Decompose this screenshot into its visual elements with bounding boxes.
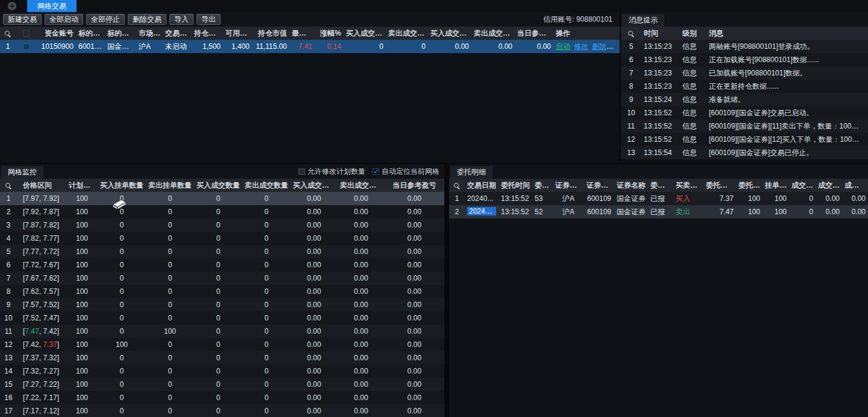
col-status[interactable]: 委托状态 — [648, 179, 673, 192]
col-market[interactable]: 证券市场 — [553, 179, 584, 192]
col-name[interactable]: 证券名称 — [614, 179, 648, 192]
col-buy-filled-qty[interactable]: 买入成交数量 — [344, 27, 386, 40]
position-row[interactable]: 1 10150900 600109 国金证券 沪A 未启动 1,500 1,40… — [0, 40, 620, 53]
checkbox-unchecked-icon[interactable] — [298, 168, 305, 175]
col-filled-amt[interactable]: 成交金额 — [842, 179, 868, 192]
col-last-price[interactable]: 最新价 — [289, 27, 315, 40]
grid-row[interactable]: 6 [7.72, 7.67] 100 0 0 0 0 0.00 0.00 0.0… — [0, 258, 444, 272]
tab-messages[interactable]: 消息提示 — [622, 14, 664, 27]
grid-row[interactable]: 8 [7.62, 7.57] 100 0 0 0 0 0.00 0.00 0.0… — [0, 285, 444, 298]
grid-row[interactable]: 14 [7.32, 7.27] 100 0 0 0 0 0.00 0.00 0.… — [0, 364, 444, 378]
positions-toolbar: 新建交易 全部启动 全部停止 删除交易 导入 导出 信用账号: 90880010… — [0, 12, 620, 27]
search-icon[interactable] — [453, 182, 461, 189]
message-row[interactable]: 6 13:15:23 信息 正在加载账号[908800101]数据...... — [621, 53, 868, 66]
order-row[interactable]: 1 20240... 13:15:52 53 沪A 600109 国金证券 已报… — [449, 192, 868, 205]
grid-row[interactable]: 15 [7.27, 7.22] 100 0 0 0 0 0.00 0.00 0.… — [0, 378, 444, 391]
auto-locate-checkbox[interactable]: 自动定位当前网格 — [373, 167, 439, 177]
grid-row[interactable]: 11 [7.47, 7.42] 100 0 100 0 0 0.00 0.00 … — [0, 325, 444, 338]
grid-row[interactable]: 7 [7.67, 7.62] 100 0 0 0 0 0.00 0.00 0.0… — [0, 272, 444, 285]
messages-tab-strip: 消息提示 — [621, 12, 868, 27]
grid-row[interactable]: 5 [7.77, 7.72] 100 0 0 0 0 0.00 0.00 0.0… — [0, 245, 444, 258]
stop-all-button[interactable]: 全部停止 — [86, 14, 125, 25]
col-day-pnl[interactable]: 当日参考盈亏 — [515, 27, 553, 40]
message-row[interactable]: 12 13:15:52 信息 [600109][国金证券][12]买入下单，数量… — [621, 133, 868, 146]
col-trade-date[interactable]: 交易日期 — [465, 179, 498, 192]
start-all-button[interactable]: 全部启动 — [45, 14, 83, 25]
grid-row[interactable]: 2 [7.92, 7.87] 100 0 0 0 0 0.00 0.00 0.0… — [0, 205, 444, 218]
trade-date-cell[interactable]: 20240... — [467, 207, 496, 215]
add-tab-icon[interactable] — [8, 2, 16, 10]
col-sell-filled-amt[interactable]: 卖出成交金额 — [338, 179, 385, 192]
grid-row[interactable]: 12 [7.42, 7.37] 100 100 0 0 0 0.00 0.00 … — [0, 338, 444, 351]
export-button[interactable]: 导出 — [197, 14, 221, 25]
col-day-pnl[interactable]: 当日参考盈亏 — [385, 179, 444, 192]
trade-date-cell[interactable]: 20240... — [467, 194, 493, 203]
grid-row[interactable]: 9 [7.57, 7.52] 100 0 0 0 0 0.00 0.00 0.0… — [0, 298, 444, 311]
grid-row[interactable]: 3 [7.87, 7.82] 100 0 0 0 0 0.00 0.00 0.0… — [0, 218, 444, 232]
col-time[interactable]: 时间 — [641, 27, 680, 40]
grid-row[interactable]: 16 [7.22, 7.17] 100 0 0 0 0 0.00 0.00 0.… — [0, 391, 444, 404]
message-row[interactable]: 10 13:15:52 信息 [600109][国金证券]交易已启动。 — [621, 106, 868, 119]
message-row[interactable]: 5 13:15:23 信息 两融账号[908800101]登录成功。 — [621, 40, 868, 53]
col-order-no[interactable]: 委托编号 — [532, 179, 553, 192]
grid-row[interactable]: 13 [7.37, 7.32] 100 0 0 0 0 0.00 0.00 0.… — [0, 351, 444, 364]
message-row[interactable]: 11 13:15:52 信息 [600109][国金证券][11]卖出下单，数量… — [621, 119, 868, 133]
delete-link[interactable]: 删除 — [592, 42, 606, 51]
search-icon[interactable] — [627, 30, 635, 37]
positions-panel: 新建交易 全部启动 全部停止 删除交易 导入 导出 信用账号: 90880010… — [0, 12, 620, 163]
new-trade-button[interactable]: 新建交易 — [3, 14, 42, 25]
col-sell-filled-qty[interactable]: 卖出成交数量 — [242, 179, 291, 192]
message-row[interactable]: 7 13:15:23 信息 已加载账号[908800101]数据。 — [621, 66, 868, 80]
col-sell-open-qty[interactable]: 卖出挂单数量 — [146, 179, 194, 192]
col-symbol-name[interactable]: 标的名称 — [105, 27, 136, 40]
grid-row[interactable]: 10 [7.52, 7.47] 100 0 0 0 0 0.00 0.00 0.… — [0, 311, 444, 325]
col-qty[interactable]: 委托数量 — [736, 179, 763, 192]
grid-row[interactable]: 17 [7.17, 7.12] 100 0 0 0 0 0.00 0.00 0.… — [0, 404, 444, 417]
col-change-pct[interactable]: 涨幅% — [315, 27, 344, 40]
col-buy-filled-qty[interactable]: 买入成交数量 — [194, 179, 242, 192]
col-price[interactable]: 委托价格 — [703, 179, 736, 192]
message-row[interactable]: 9 13:15:24 信息 准备就绪。 — [621, 93, 868, 106]
col-symbol-code[interactable]: 标的代码 — [76, 27, 105, 40]
import-button[interactable]: 导入 — [169, 14, 193, 25]
grid-row[interactable]: 1 [7.97, 7.92] 100 0 0 0 0 0.00 0.00 0.0… — [0, 192, 444, 205]
select-all-checkbox[interactable] — [23, 30, 30, 37]
col-open-qty[interactable]: 挂单数量 — [763, 179, 789, 192]
col-avail-qty[interactable]: 可用数量 — [223, 27, 252, 40]
positions-header-row: 资金账号 标的代码 标的名称 市场类别 交易状态 持仓数量 可用数量 持仓市值 … — [0, 27, 620, 40]
col-plan-qty[interactable]: 计划数量 — [66, 179, 98, 192]
col-position-qty[interactable]: 持仓数量 — [192, 27, 223, 40]
col-side[interactable]: 买卖方向 — [673, 179, 703, 192]
search-icon[interactable] — [4, 30, 11, 37]
col-buy-filled-amt[interactable]: 买入成交金额 — [428, 27, 471, 40]
row-checkbox[interactable] — [23, 43, 30, 50]
allow-edit-plan-checkbox[interactable]: 允许修改计划数量 — [298, 167, 365, 177]
col-buy-open-qty[interactable]: 买入挂单数量 — [98, 179, 146, 192]
col-buy-filled-amt[interactable]: 买入成交金额 — [291, 179, 338, 192]
grid-row[interactable]: 4 [7.82, 7.77] 100 0 0 0 0 0.00 0.00 0.0… — [0, 232, 444, 245]
checkbox-checked-icon[interactable] — [373, 168, 379, 175]
tab-grid-trading[interactable]: 网格交易 — [27, 0, 77, 12]
col-market[interactable]: 市场类别 — [136, 27, 163, 40]
modify-link[interactable]: 修改 — [574, 42, 588, 51]
message-row[interactable]: 13 13:15:54 信息 [600109][国金证券]交易已停止。 — [621, 146, 868, 159]
tab-order-detail[interactable]: 委托明细 — [450, 166, 492, 179]
col-market-value[interactable]: 持仓市值 — [252, 27, 289, 40]
col-price-range[interactable]: 价格区间 — [17, 179, 66, 192]
message-row[interactable]: 8 13:15:23 信息 正在更新持仓数据...... — [621, 80, 868, 93]
col-account[interactable]: 资金账号 — [36, 27, 76, 40]
start-link[interactable]: 启动 — [556, 42, 570, 51]
col-filled-qty[interactable]: 成交数量 — [789, 179, 816, 192]
col-message[interactable]: 消息 — [706, 27, 868, 40]
col-level[interactable]: 级别 — [680, 27, 706, 40]
col-trade-status[interactable]: 交易状态 — [163, 27, 192, 40]
col-sell-filled-amt[interactable]: 卖出成交金额 — [471, 27, 515, 40]
col-code[interactable]: 证券代码 — [584, 179, 614, 192]
col-avg-price[interactable]: 成交均价 — [816, 179, 842, 192]
col-order-time[interactable]: 委托时间 — [498, 179, 532, 192]
delete-trade-button[interactable]: 删除交易 — [128, 14, 166, 25]
tab-grid-monitor[interactable]: 网格监控 — [1, 166, 43, 179]
search-icon[interactable] — [5, 182, 12, 189]
order-row[interactable]: 2 20240... 13:15:52 52 沪A 600109 国金证券 已报… — [449, 205, 868, 218]
col-sell-filled-qty[interactable]: 卖出成交数量 — [386, 27, 428, 40]
